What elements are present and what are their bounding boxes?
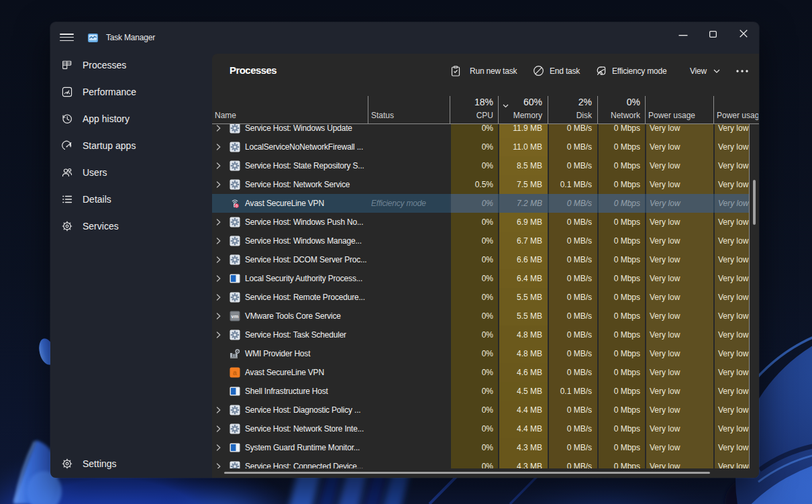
svg-text:vm: vm xyxy=(232,313,239,319)
svg-text:a: a xyxy=(233,368,237,376)
